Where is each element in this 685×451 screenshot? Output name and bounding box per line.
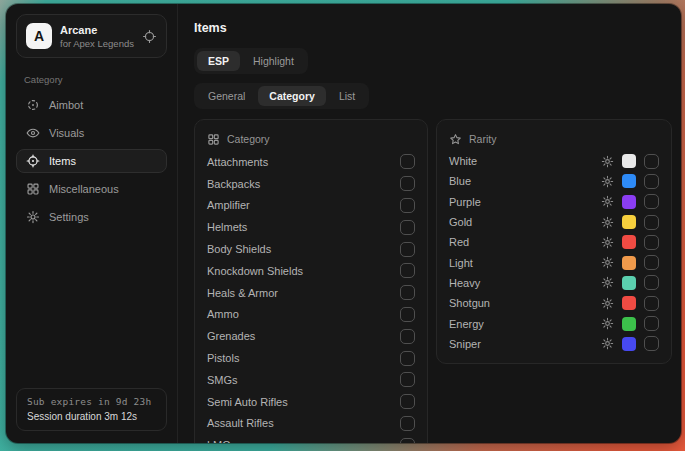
- category-row: Grenades: [207, 325, 415, 347]
- tab-category[interactable]: Category: [258, 86, 326, 106]
- color-swatch[interactable]: [622, 317, 636, 331]
- category-row-label: Semi Auto Rifles: [207, 396, 288, 408]
- rarity-row: Red: [449, 232, 659, 252]
- category-row-label: LMGs: [207, 439, 236, 443]
- crosshair-icon[interactable]: [142, 29, 157, 44]
- sidebar-item-items[interactable]: Items: [16, 149, 167, 173]
- sidebar-section-label: Category: [24, 74, 159, 85]
- sidebar-item-label: Settings: [49, 211, 89, 223]
- rarity-row: Shotgun: [449, 293, 659, 313]
- category-checkbox[interactable]: [400, 329, 415, 344]
- category-checkbox[interactable]: [400, 220, 415, 235]
- category-row: SMGs: [207, 369, 415, 391]
- rarity-row: White: [449, 151, 659, 171]
- rarity-checkbox[interactable]: [644, 275, 659, 290]
- sidebar-item-label: Visuals: [49, 127, 84, 139]
- brand-card: A Arcane for Apex Legends: [16, 14, 167, 58]
- gear-icon[interactable]: [601, 297, 614, 310]
- rarity-row-label: Light: [449, 257, 593, 269]
- rarity-checkbox[interactable]: [644, 215, 659, 230]
- sub-expires-text: Sub expires in 9d 23h: [27, 396, 156, 407]
- category-row: Heals & Armor: [207, 282, 415, 304]
- category-row: Ammo: [207, 304, 415, 326]
- category-checkbox[interactable]: [400, 198, 415, 213]
- gear-icon[interactable]: [601, 317, 614, 330]
- rarity-row-label: Gold: [449, 216, 593, 228]
- category-row-label: Attachments: [207, 156, 268, 168]
- category-checkbox[interactable]: [400, 285, 415, 300]
- gear-icon[interactable]: [601, 236, 614, 249]
- gear-icon[interactable]: [601, 256, 614, 269]
- rarity-row: Blue: [449, 171, 659, 191]
- eye-icon: [26, 126, 40, 140]
- gear-icon[interactable]: [601, 216, 614, 229]
- color-swatch[interactable]: [622, 296, 636, 310]
- color-swatch[interactable]: [622, 195, 636, 209]
- tab-highlight[interactable]: Highlight: [242, 51, 305, 71]
- rarity-row: Energy: [449, 313, 659, 333]
- rarity-checkbox[interactable]: [644, 194, 659, 209]
- category-row-label: Helmets: [207, 221, 247, 233]
- sidebar-item-label: Items: [49, 155, 76, 167]
- category-list: Attachments Backpacks Amplifier: [207, 151, 415, 443]
- category-checkbox[interactable]: [400, 438, 415, 443]
- category-row: Knockdown Shields: [207, 260, 415, 282]
- tab-general[interactable]: General: [197, 86, 256, 106]
- category-row: Pistols: [207, 347, 415, 369]
- category-checkbox[interactable]: [400, 351, 415, 366]
- page-title: Items: [194, 21, 672, 35]
- rarity-checkbox[interactable]: [644, 316, 659, 331]
- rarity-row: Gold: [449, 212, 659, 232]
- category-checkbox[interactable]: [400, 154, 415, 169]
- gear-icon[interactable]: [601, 175, 614, 188]
- color-swatch[interactable]: [622, 174, 636, 188]
- category-checkbox[interactable]: [400, 416, 415, 431]
- session-duration-text: Session duration 3m 12s: [27, 411, 156, 422]
- category-checkbox[interactable]: [400, 242, 415, 257]
- category-checkbox[interactable]: [400, 307, 415, 322]
- color-swatch[interactable]: [622, 276, 636, 290]
- sidebar-item-aimbot[interactable]: Aimbot: [16, 93, 167, 117]
- category-row-label: Ammo: [207, 308, 239, 320]
- color-swatch[interactable]: [622, 256, 636, 270]
- rarity-row: Light: [449, 252, 659, 272]
- category-checkbox[interactable]: [400, 176, 415, 191]
- rarity-checkbox[interactable]: [644, 255, 659, 270]
- gear-icon[interactable]: [601, 337, 614, 350]
- rarity-checkbox[interactable]: [644, 174, 659, 189]
- star-icon: [449, 133, 462, 146]
- category-checkbox[interactable]: [400, 263, 415, 278]
- gear-icon[interactable]: [601, 276, 614, 289]
- rarity-panel: Rarity White: [436, 119, 672, 364]
- category-checkbox[interactable]: [400, 394, 415, 409]
- view-tab-group: General Category List: [194, 83, 369, 109]
- gear-icon[interactable]: [601, 155, 614, 168]
- view-tab-row: General Category List: [194, 83, 672, 109]
- rarity-row-label: Purple: [449, 196, 593, 208]
- rarity-row-label: Shotgun: [449, 297, 593, 309]
- color-swatch[interactable]: [622, 154, 636, 168]
- category-row: Helmets: [207, 216, 415, 238]
- color-swatch[interactable]: [622, 235, 636, 249]
- tab-esp[interactable]: ESP: [197, 51, 240, 71]
- rarity-checkbox[interactable]: [644, 235, 659, 250]
- sidebar: A Arcane for Apex Legends Category Aimbo…: [6, 4, 178, 443]
- color-swatch[interactable]: [622, 215, 636, 229]
- rarity-checkbox[interactable]: [644, 154, 659, 169]
- rarity-checkbox[interactable]: [644, 336, 659, 351]
- category-row: Assault Rifles: [207, 413, 415, 435]
- sidebar-item-label: Aimbot: [49, 99, 83, 111]
- rarity-checkbox[interactable]: [644, 296, 659, 311]
- color-swatch[interactable]: [622, 337, 636, 351]
- category-row-label: Knockdown Shields: [207, 265, 303, 277]
- tab-list[interactable]: List: [328, 86, 366, 106]
- sidebar-item-miscellaneous[interactable]: Miscellaneous: [16, 177, 167, 201]
- aimbot-crosshair-icon: [26, 98, 40, 112]
- gear-icon[interactable]: [601, 195, 614, 208]
- category-checkbox[interactable]: [400, 372, 415, 387]
- mode-tab-row: ESP Highlight: [194, 48, 672, 74]
- sidebar-item-visuals[interactable]: Visuals: [16, 121, 167, 145]
- category-grid-icon: [207, 133, 220, 146]
- rarity-row-label: Heavy: [449, 277, 593, 289]
- sidebar-item-settings[interactable]: Settings: [16, 205, 167, 229]
